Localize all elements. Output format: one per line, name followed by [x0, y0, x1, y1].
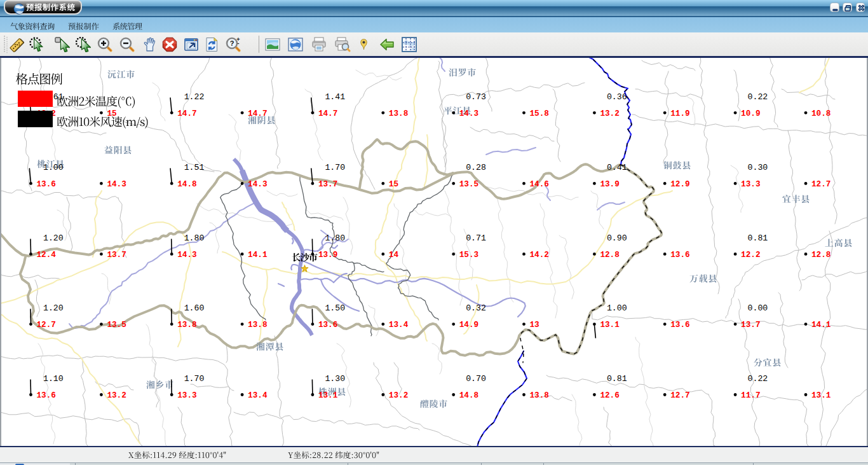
svg-text:1.70: 1.70 — [184, 374, 205, 384]
svg-text:14.3: 14.3 — [459, 109, 478, 118]
svg-text:13.2: 13.2 — [600, 109, 619, 118]
svg-text:13.7: 13.7 — [318, 179, 337, 189]
svg-text:13.5: 13.5 — [459, 179, 478, 189]
svg-text:13.3: 13.3 — [741, 179, 760, 189]
svg-text:1.41: 1.41 — [325, 92, 345, 102]
svg-text:0.41: 0.41 — [607, 163, 627, 172]
svg-text:13.6: 13.6 — [37, 391, 56, 400]
svg-text:1.60: 1.60 — [184, 303, 205, 313]
svg-text:14.3: 14.3 — [107, 179, 126, 189]
svg-text:1.00: 1.00 — [43, 163, 64, 172]
svg-text:1.10: 1.10 — [43, 374, 64, 384]
svg-text:0.32: 0.32 — [466, 303, 486, 313]
svg-text:0.73: 0.73 — [466, 92, 486, 102]
svg-text:13.9: 13.9 — [318, 250, 337, 260]
svg-text:13.2: 13.2 — [107, 391, 126, 400]
svg-text:0.81: 0.81 — [607, 374, 627, 384]
svg-text:15.3: 15.3 — [459, 250, 478, 260]
svg-text:0.22: 0.22 — [748, 374, 768, 384]
svg-text:13.8: 13.8 — [389, 109, 408, 118]
svg-text:14.1: 14.1 — [811, 320, 831, 330]
svg-text:0.36: 0.36 — [607, 92, 627, 102]
svg-text:12.7: 12.7 — [670, 391, 689, 400]
svg-text:13.8: 13.8 — [248, 320, 267, 330]
svg-text:14.9: 14.9 — [459, 320, 478, 330]
svg-text:13.6: 13.6 — [318, 320, 337, 330]
svg-text:13.2: 13.2 — [389, 391, 408, 400]
svg-text:11.9: 11.9 — [670, 109, 689, 118]
svg-text:13.1: 13.1 — [318, 391, 338, 400]
svg-text:12.4: 12.4 — [37, 250, 57, 260]
svg-text:?: ? — [230, 39, 234, 47]
svg-text:14.7: 14.7 — [318, 109, 337, 118]
svg-text:14.3: 14.3 — [177, 250, 196, 260]
svg-text:1.50: 1.50 — [325, 303, 345, 313]
svg-text:13.7: 13.7 — [107, 250, 126, 260]
svg-text:15.8: 15.8 — [530, 109, 549, 118]
svg-text:14.8: 14.8 — [177, 179, 196, 189]
svg-text:14.1: 14.1 — [248, 250, 268, 260]
svg-text:13.1: 13.1 — [600, 320, 620, 330]
svg-text:13.8: 13.8 — [530, 391, 549, 400]
svg-text:-: - — [238, 40, 240, 46]
svg-text:14.6: 14.6 — [530, 179, 549, 189]
svg-text:14.7: 14.7 — [248, 109, 267, 118]
svg-text:13.8: 13.8 — [177, 320, 196, 330]
svg-text:13.4: 13.4 — [389, 320, 409, 330]
svg-text:10.8: 10.8 — [811, 109, 831, 118]
svg-text:14.3: 14.3 — [248, 179, 267, 189]
svg-text:1.51: 1.51 — [184, 163, 205, 172]
svg-text:14.8: 14.8 — [459, 391, 478, 400]
svg-text:1.22: 1.22 — [184, 92, 205, 102]
svg-text:0.90: 0.90 — [607, 233, 627, 243]
svg-text:12.8: 12.8 — [811, 250, 831, 260]
svg-text:1.80: 1.80 — [325, 233, 345, 243]
svg-text:15: 15 — [389, 179, 398, 189]
svg-text:1.20: 1.20 — [43, 303, 64, 313]
svg-text:0.28: 0.28 — [466, 163, 486, 172]
svg-text:14: 14 — [389, 250, 399, 260]
svg-text:0.30: 0.30 — [748, 163, 768, 172]
svg-text:12.7: 12.7 — [811, 179, 831, 189]
svg-text:13: 13 — [530, 320, 539, 330]
svg-text:13.3: 13.3 — [177, 391, 196, 400]
svg-text:1.20: 1.20 — [43, 233, 64, 243]
svg-text:14.2: 14.2 — [530, 250, 549, 260]
svg-text:0.22: 0.22 — [748, 92, 768, 102]
svg-text:0.71: 0.71 — [466, 233, 486, 243]
svg-text:11.7: 11.7 — [741, 391, 760, 400]
svg-text:13.5: 13.5 — [107, 320, 126, 330]
svg-text:12.6: 12.6 — [600, 391, 619, 400]
svg-text:1.70: 1.70 — [325, 163, 345, 172]
svg-text:12.7: 12.7 — [37, 320, 56, 330]
svg-text:0.81: 0.81 — [748, 233, 768, 243]
svg-text:1.30: 1.30 — [325, 374, 345, 384]
svg-text:12.9: 12.9 — [670, 179, 689, 189]
svg-text:12.2: 12.2 — [741, 250, 760, 260]
svg-text:13.7: 13.7 — [741, 320, 760, 330]
svg-text:0.00: 0.00 — [748, 303, 768, 313]
svg-text:10.9: 10.9 — [741, 109, 760, 118]
svg-text:0.70: 0.70 — [466, 374, 486, 384]
svg-text:13.9: 13.9 — [600, 179, 619, 189]
svg-text:14.7: 14.7 — [177, 109, 196, 118]
svg-text:1.80: 1.80 — [184, 233, 205, 243]
svg-text:13.6: 13.6 — [37, 179, 56, 189]
svg-text:13.6: 13.6 — [670, 320, 689, 330]
svg-text:1.00: 1.00 — [607, 303, 627, 313]
svg-text:13.1: 13.1 — [811, 391, 831, 400]
svg-text:13.4: 13.4 — [248, 391, 268, 400]
svg-text:13.6: 13.6 — [670, 250, 689, 260]
svg-text:12.8: 12.8 — [600, 250, 619, 260]
